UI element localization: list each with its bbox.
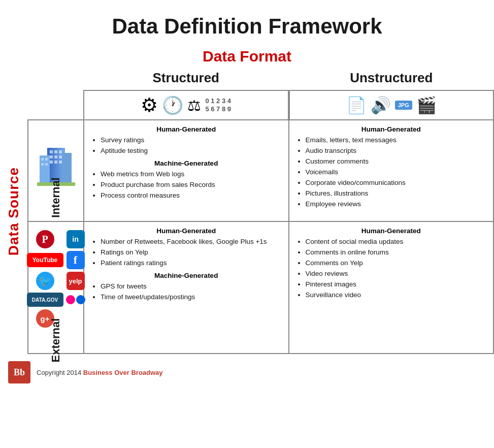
data-grid: Internal Human-Generated Survey ratings …: [27, 119, 494, 354]
int-unstruct-title1: Human-Generated: [297, 125, 486, 133]
list-item: Surveillance video: [306, 290, 486, 301]
svg-rect-12: [54, 161, 57, 164]
audio-icon: 🔊: [371, 95, 391, 115]
int-struct-list2: Web metrics from Web logs Product purcha…: [101, 169, 281, 201]
int-struct-title1: Human-Generated: [91, 125, 281, 133]
scale-icon: ⚖: [187, 97, 201, 114]
facebook-icon: f: [67, 251, 85, 269]
table-area: Structured Unstructured ⚙ 🕐 ⚖ 0 1 2 3 45…: [27, 68, 494, 354]
clock-icon: 🕐: [162, 95, 183, 115]
list-item: Aptitude testing: [101, 146, 281, 156]
external-unstructured-cell: Human-Generated Content of social media …: [289, 222, 495, 354]
list-item: Comments on Yelp: [306, 258, 486, 269]
int-struct-title2: Machine-Generated: [91, 159, 281, 167]
ext-unstruct-title1: Human-Generated: [297, 227, 486, 235]
svg-rect-5: [50, 150, 53, 153]
internal-unstructured-cell: Human-Generated Emails, letters, text me…: [289, 120, 495, 222]
svg-rect-9: [54, 155, 57, 158]
col-header-structured: Structured: [83, 68, 289, 90]
data-gov-icon: DATA.GOV: [27, 293, 63, 307]
list-item: Comments in online forums: [306, 247, 486, 258]
pinterest-icon: P: [36, 230, 54, 248]
list-item: Ratings on Yelp: [101, 247, 281, 258]
list-item: Time of tweet/updates/postings: [101, 292, 281, 303]
int-unstruct-list1: Emails, letters, text messages Audio tra…: [306, 135, 486, 209]
svg-rect-15: [45, 158, 48, 161]
data-source-label-container: Data Source: [0, 68, 27, 354]
external-row-text: External: [49, 318, 62, 363]
list-item: Number of Retweets, Facebook likes, Goog…: [101, 237, 281, 247]
external-structured-cell: Human-Generated Number of Retweets, Face…: [84, 222, 289, 354]
linkedin-icon: in: [67, 230, 85, 248]
structured-icons-cell: ⚙ 🕐 ⚖ 0 1 2 3 45 6 7 8 9: [83, 90, 289, 119]
list-item: Product purchase from sales Records: [101, 180, 281, 190]
social-icons-container: P in YouTube f 🐦 yelp DATA.GOV g+: [25, 228, 87, 330]
list-item: Audio transcripts: [306, 146, 486, 156]
column-headers: Structured Unstructured: [83, 68, 494, 90]
internal-structured-cell: Human-Generated Survey ratings Aptitude …: [84, 120, 289, 222]
svg-rect-17: [45, 163, 48, 166]
data-source-label: Data Source: [6, 167, 22, 255]
list-item: Voicemails: [306, 167, 486, 178]
list-item: Video reviews: [306, 269, 486, 279]
ext-struct-list2: GPS for tweets Time of tweet/updates/pos…: [101, 281, 281, 303]
list-item: Web metrics from Web logs: [101, 169, 281, 180]
section-subtitle: Data Format: [0, 44, 494, 68]
unstructured-icons-cell: 📄 🔊 JPG 🎬: [289, 90, 495, 119]
list-item: Customer comments: [306, 156, 486, 167]
svg-rect-11: [50, 161, 53, 164]
list-item: Corporate video/communications: [306, 178, 486, 188]
svg-rect-14: [41, 158, 44, 161]
list-item: Pinterest images: [306, 279, 486, 290]
list-item: Employee reviews: [306, 199, 486, 210]
footer-copyright: Copyright 2014 Business Over Broadway: [37, 369, 163, 376]
list-item: Content of social media updates: [306, 237, 486, 247]
document-icon: 📄: [346, 95, 367, 115]
flickr-icon: [66, 295, 85, 304]
list-item: Emails, letters, text messages: [306, 135, 486, 146]
youtube-icon: YouTube: [27, 253, 63, 267]
list-item: GPS for tweets: [101, 281, 281, 292]
svg-rect-16: [41, 163, 44, 166]
page-title: Data Definition Framework: [0, 0, 494, 44]
list-item: Survey ratings: [101, 135, 281, 146]
yelp-icon: yelp: [67, 272, 85, 290]
list-item: Process control measures: [101, 190, 281, 201]
footer-logo: Bb: [8, 361, 30, 383]
svg-rect-4: [62, 153, 72, 183]
gear-icon: ⚙: [141, 94, 158, 116]
external-row-label: P in YouTube f 🐦 yelp DATA.GOV g+ Extern…: [28, 222, 84, 354]
col-header-unstructured: Unstructured: [289, 68, 495, 90]
svg-rect-13: [59, 161, 62, 164]
ext-unstruct-list1: Content of social media updates Comments…: [306, 237, 486, 301]
list-item: Patient ratings ratings: [101, 258, 281, 269]
internal-row-label: Internal: [28, 120, 84, 222]
internal-row-text: Internal: [49, 177, 62, 217]
ext-struct-title1: Human-Generated: [91, 227, 281, 235]
jpg-icon: JPG: [395, 101, 412, 110]
icons-row: ⚙ 🕐 ⚖ 0 1 2 3 45 6 7 8 9 📄 🔊 JPG 🎬: [83, 90, 494, 119]
footer: Bb Copyright 2014 Business Over Broadway: [0, 355, 494, 390]
int-struct-list1: Survey ratings Aptitude testing: [101, 135, 281, 156]
numbers-icon: 0 1 2 3 45 6 7 8 9: [205, 97, 231, 113]
footer-company: Business Over Broadway: [83, 369, 163, 376]
twitter-icon: 🐦: [36, 272, 54, 290]
svg-rect-6: [54, 150, 57, 153]
ext-struct-title2: Machine-Generated: [91, 272, 281, 279]
film-icon: 🎬: [416, 95, 437, 115]
ext-struct-list1: Number of Retweets, Facebook likes, Goog…: [101, 237, 281, 269]
list-item: Pictures, illustrations: [306, 188, 486, 199]
svg-rect-7: [59, 150, 62, 153]
svg-rect-8: [50, 155, 53, 158]
svg-rect-10: [59, 155, 62, 158]
